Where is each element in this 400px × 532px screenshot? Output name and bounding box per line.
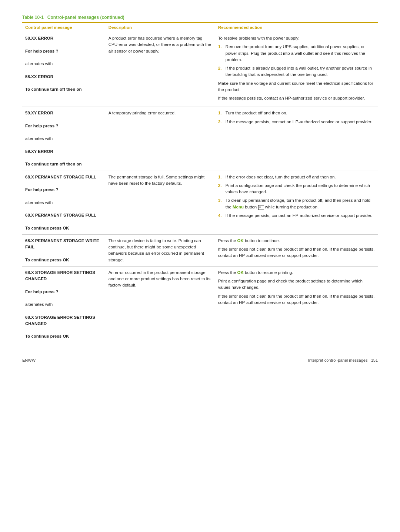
action-item: 4. If the message persists, contact an H… [218,213,375,219]
table-title-text: Control-panel messages (continued) [47,15,124,20]
action-item: 2. If the product is already plugged int… [218,65,375,78]
continue-instruction: To continue press OK [25,333,103,339]
description-cell: A product error has occurred where a mem… [106,32,215,107]
help-text: For help press ? [25,187,103,193]
table-row: 68.X PERMANENT STORAGE FULL For help pre… [22,171,378,234]
action-number: 1. [218,44,223,63]
action-item: 2. If the message persists, contact an H… [218,119,375,125]
description-text: A temporary printing error occurred. [109,111,176,115]
action-number: 2. [218,119,223,125]
action-text: Turn the product off and then on. [226,110,375,116]
action-cell: To resolve problems with the power suppl… [215,32,378,107]
action-text: Print a configuration page and check the… [218,278,375,291]
table-title-label: Table 10-1 [22,15,44,20]
action-text: If the message persists, contact an HP-a… [226,119,375,125]
error-code-repeat: 58.XX ERROR [25,74,103,80]
error-code-repeat: 68.X STORAGE ERROR SETTINGS CHANGED [25,314,103,327]
action-number: 4. [218,213,223,219]
footer-page: 151 [371,358,378,362]
action-cell: 1. Turn the product off and then on. 2. … [215,107,378,171]
action-item: 1. Turn the product off and then on. [218,110,375,116]
control-cell: 59.XY ERROR For help press ? alternates … [22,107,106,171]
error-code: 68.X PERMANENT STORAGE WRITE FAIL [25,238,103,251]
control-cell: 68.X PERMANENT STORAGE FULL For help pre… [22,171,106,234]
action-number: 2. [218,183,223,195]
ok-label: OK [237,238,244,243]
header-control: Control panel message [22,23,106,32]
header-action: Recommended action [215,23,378,32]
footer-right-text: Interpret control-panel messages [308,358,368,362]
action-cell: Press the OK button to resume printing. … [215,266,378,343]
action-text: If the error does not clear, turn the pr… [218,246,375,259]
description-text: The permanent storage is full. Some sett… [109,175,205,185]
footer: ENWW Interpret control-panel messages 15… [22,358,378,362]
help-text: For help press ? [25,123,103,129]
table-row: 58.XX ERROR For help press ? alternates … [22,32,378,107]
footer-left: ENWW [22,358,36,362]
ok-label: OK [237,270,244,275]
action-number: 1. [218,174,223,180]
continue-instruction: To continue turn off then on [25,161,103,167]
action-text: Press the OK button to resume printing. [218,270,375,276]
action-text: Press the OK button to continue. [218,238,375,244]
action-text: Remove the product from any UPS supplies… [226,44,375,63]
help-text: For help press ? [25,289,103,295]
action-item: 1. Remove the product from any UPS suppl… [218,44,375,63]
action-cell: 1. If the error does not clear, turn the… [215,171,378,234]
error-code: 58.XX ERROR [25,35,103,41]
error-code: 68.X PERMANENT STORAGE FULL [25,174,103,180]
action-extra: Make sure the line voltage and current s… [218,80,375,93]
description-text: The storage device is failing to write. … [109,238,204,262]
table-title: Table 10-1 Control-panel messages (conti… [22,15,378,20]
menu-label: Menu [233,205,244,209]
error-code-repeat: 59.XY ERROR [25,148,103,155]
control-cell: 58.XX ERROR For help press ? alternates … [22,32,106,107]
menu-icon [258,205,263,209]
table-row: 68.X PERMANENT STORAGE WRITE FAIL To con… [22,234,378,266]
action-text: If the message persists, contact an HP-a… [226,213,375,219]
action-extra: If the message persists, contact an HP-a… [218,95,375,101]
action-item: 1. If the error does not clear, turn the… [218,174,375,180]
description-text: An error occurred in the product permane… [109,270,211,288]
description-cell: The permanent storage is full. Some sett… [106,171,215,234]
continue-instruction: To continue press OK [25,257,103,263]
action-item: 3. To clean up permanent storage, turn t… [218,197,375,210]
action-number: 3. [218,197,223,210]
action-item: 2. Print a configuration page and check … [218,183,375,195]
control-cell: 68.X STORAGE ERROR SETTINGS CHANGED For … [22,266,106,343]
footer-right: Interpret control-panel messages 151 [308,358,378,362]
action-intro: To resolve problems with the power suppl… [218,35,375,41]
alternates-label: alternates with [25,135,103,142]
action-text: If the product is already plugged into a… [226,65,375,78]
description-cell: A temporary printing error occurred. [106,107,215,171]
control-cell: 68.X PERMANENT STORAGE WRITE FAIL To con… [22,234,106,266]
action-text: If the error does not clear, turn the pr… [218,293,375,306]
action-number: 1. [218,110,223,116]
error-code-repeat: 68.X PERMANENT STORAGE FULL [25,212,103,218]
action-text: To clean up permanent storage, turn the … [226,197,375,210]
alternates-label: alternates with [25,200,103,206]
description-cell: An error occurred in the product permane… [106,266,215,343]
help-text: For help press ? [25,48,103,54]
description-text: A product error has occurred where a mem… [109,36,211,53]
table-row: 59.XY ERROR For help press ? alternates … [22,107,378,171]
alternates-label: alternates with [25,301,103,308]
error-code: 68.X STORAGE ERROR SETTINGS CHANGED [25,270,103,282]
header-description: Description [106,23,215,32]
continue-instruction: To continue turn off then on [25,86,103,93]
alternates-label: alternates with [25,61,103,67]
action-cell: Press the OK button to continue. If the … [215,234,378,266]
action-number: 2. [218,65,223,78]
error-code: 59.XY ERROR [25,110,103,116]
table-row: 68.X STORAGE ERROR SETTINGS CHANGED For … [22,266,378,343]
action-text: Print a configuration page and check the… [226,183,375,195]
continue-instruction: To continue press OK [25,225,103,231]
action-text: If the error does not clear, turn the pr… [226,174,375,180]
description-cell: The storage device is failing to write. … [106,234,215,266]
